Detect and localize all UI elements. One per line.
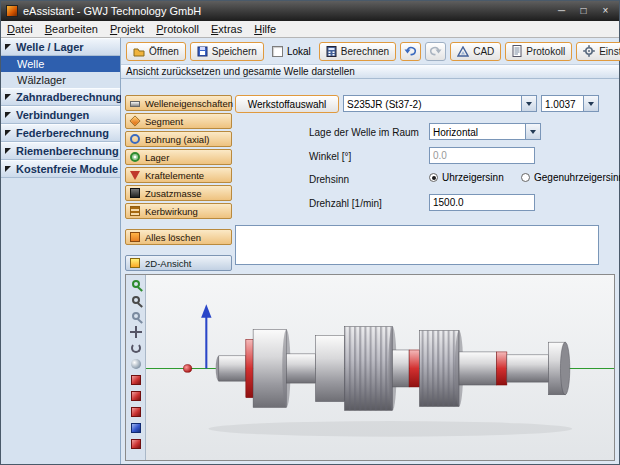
undo-icon xyxy=(404,45,417,57)
chevron-down-icon[interactable] xyxy=(583,96,598,111)
calculate-button[interactable]: Berechnen xyxy=(319,42,396,61)
clockwise-radio-group[interactable]: Uhrzeigersinn xyxy=(429,172,504,183)
material-combo-value: S235JR (St37-2) xyxy=(344,96,521,111)
material-number-value: 1.0037 xyxy=(542,96,583,111)
menu-bearbeiten[interactable]: Bearbeiten xyxy=(39,22,104,36)
clear-all-icon xyxy=(130,232,140,242)
document-icon xyxy=(512,45,522,57)
shaft-3d-render xyxy=(146,275,614,460)
angle-label: Winkel [°] xyxy=(309,151,351,162)
orientation-label: Lage der Welle im Raum xyxy=(309,127,419,138)
pan-icon[interactable] xyxy=(129,326,143,338)
section-collapse-icon xyxy=(5,94,11,100)
counterclockwise-radio[interactable] xyxy=(521,173,530,182)
menu-extras[interactable]: Extras xyxy=(205,22,248,36)
sidebar-section-verbindungen[interactable]: Verbindungen xyxy=(1,106,120,124)
viewer-canvas[interactable] xyxy=(146,275,614,460)
counterclockwise-radio-group[interactable]: Gegenuhrzeigersinn xyxy=(521,172,620,183)
menu-hilfe[interactable]: Hilfe xyxy=(248,22,282,36)
axial-bore-button[interactable]: Bohrung (axial) xyxy=(125,131,232,147)
material-number-combo[interactable]: 1.0037 xyxy=(541,95,599,112)
view-cube-top-icon[interactable] xyxy=(129,390,143,402)
viewer-toolbar xyxy=(126,275,146,460)
redo-icon xyxy=(429,45,442,57)
zoom-out-icon[interactable] xyxy=(129,310,143,322)
shaft-properties-button[interactable]: Welleneigenschaften xyxy=(125,95,232,111)
shaded-view-icon[interactable] xyxy=(129,358,143,370)
speed-label: Drehzahl [1/min] xyxy=(309,198,382,209)
counterclockwise-label: Gegenuhrzeigersinn xyxy=(534,172,620,183)
sidebar-section-label: Welle / Lager xyxy=(16,41,84,53)
sidebar-section-federberechnung[interactable]: Federberechnung xyxy=(1,124,120,142)
redo-button[interactable] xyxy=(425,42,446,61)
sidebar-section-zahnradberechnung[interactable]: Zahnradberechnung xyxy=(1,88,120,106)
chevron-down-icon[interactable] xyxy=(521,96,536,111)
section-collapse-icon xyxy=(5,112,11,118)
material-select-button[interactable]: Werkstoffauswahl xyxy=(235,95,339,113)
gear-icon xyxy=(583,45,595,57)
section-collapse-icon xyxy=(5,44,11,50)
sidebar-section-label: Federberechnung xyxy=(16,127,109,139)
minimize-button[interactable]: ─ xyxy=(553,4,570,19)
title-bar: eAssistant - GWJ Technology GmbH ─ □ × xyxy=(1,1,619,21)
settings-button[interactable]: Einstellungen xyxy=(576,42,620,61)
protocol-button[interactable]: Protokoll xyxy=(505,42,572,61)
bearing-button[interactable]: Lager xyxy=(125,149,232,165)
clockwise-label: Uhrzeigersinn xyxy=(442,172,504,183)
sidebar-section-label: Zahnradberechnung xyxy=(16,91,122,103)
view-cube-iso-icon[interactable] xyxy=(129,422,143,434)
rotation-label: Drehsinn xyxy=(309,174,349,185)
orientation-combo[interactable]: Horizontal xyxy=(429,123,541,140)
orientation-value: Horizontal xyxy=(430,124,525,139)
local-checkbox[interactable] xyxy=(272,46,283,57)
open-button[interactable]: Öffnen xyxy=(126,42,186,61)
speed-input[interactable]: 1500.0 xyxy=(429,194,535,211)
sidebar: Welle / Lager Welle Wälzlager Zahnradber… xyxy=(1,38,121,464)
rotate-view-icon[interactable] xyxy=(129,342,143,354)
view-cube-side-icon[interactable] xyxy=(129,406,143,418)
sidebar-section-kostenfreie-module[interactable]: Kostenfreie Module xyxy=(1,160,120,178)
cad-button[interactable]: CAD xyxy=(450,42,501,61)
sidebar-item-waelzlager[interactable]: Wälzlager xyxy=(1,72,120,88)
menu-projekt[interactable]: Projekt xyxy=(104,22,150,36)
clockwise-radio[interactable] xyxy=(429,173,438,182)
additional-mass-button[interactable]: Zusatzmasse xyxy=(125,185,232,201)
window-title: eAssistant - GWJ Technology GmbH xyxy=(23,5,548,17)
sidebar-item-welle[interactable]: Welle xyxy=(1,56,120,72)
view-cube-back-icon[interactable] xyxy=(129,438,143,450)
clear-all-button[interactable]: Alles löschen xyxy=(125,229,232,245)
chevron-down-icon[interactable] xyxy=(525,124,540,139)
view-2d-icon xyxy=(130,258,140,268)
content-area: Öffnen Speichern Lokal Berechnen xyxy=(121,38,619,464)
angle-input[interactable]: 0.0 xyxy=(429,147,535,164)
segment-icon xyxy=(129,115,140,126)
undo-button[interactable] xyxy=(400,42,421,61)
sidebar-section-welle-lager[interactable]: Welle / Lager xyxy=(1,38,120,56)
sidebar-section-label: Riemenberechnung xyxy=(16,145,119,157)
view-cube-front-icon[interactable] xyxy=(129,374,143,386)
section-collapse-icon xyxy=(5,130,11,136)
close-button[interactable]: × xyxy=(597,4,614,19)
material-combo[interactable]: S235JR (St37-2) xyxy=(343,95,537,112)
force-elements-button[interactable]: Kraftelemente xyxy=(125,167,232,183)
notch-effect-button[interactable]: Kerbwirkung xyxy=(125,203,232,219)
section-collapse-icon xyxy=(5,148,11,154)
view-2d-button[interactable]: 2D-Ansicht xyxy=(125,255,232,271)
maximize-button[interactable]: □ xyxy=(575,4,592,19)
force-icon xyxy=(130,171,140,180)
app-icon xyxy=(6,5,18,17)
cad-icon xyxy=(457,46,469,57)
bore-icon xyxy=(130,134,140,144)
save-button[interactable]: Speichern xyxy=(190,42,264,61)
local-checkbox-group[interactable]: Lokal xyxy=(268,46,315,57)
info-text-box[interactable] xyxy=(235,225,599,265)
sidebar-section-riemenberechnung[interactable]: Riemenberechnung xyxy=(1,142,120,160)
menu-protokoll[interactable]: Protokoll xyxy=(150,22,205,36)
sidebar-section-label: Kostenfreie Module xyxy=(16,163,118,175)
menu-datei[interactable]: Datei xyxy=(1,22,39,36)
notch-icon xyxy=(130,206,140,216)
segment-button[interactable]: Segment xyxy=(125,113,232,129)
zoom-in-icon[interactable] xyxy=(129,278,143,290)
shaft-tool-column: Welleneigenschaften Segment Bohrung (axi… xyxy=(125,95,232,271)
zoom-window-icon[interactable] xyxy=(129,294,143,306)
